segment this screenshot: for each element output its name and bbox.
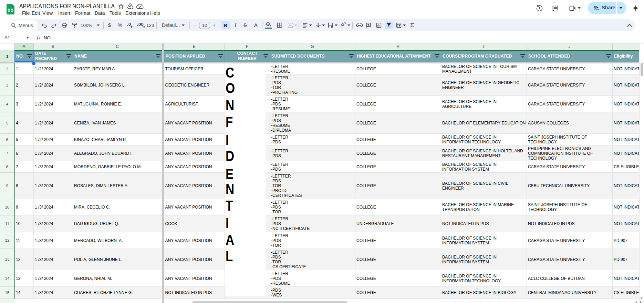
svg-text:A: A — [342, 23, 344, 27]
